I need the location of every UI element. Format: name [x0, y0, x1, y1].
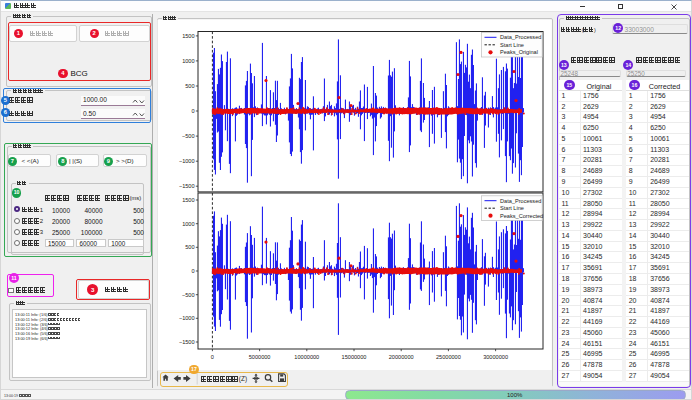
svg-text:Start Line: Start Line [500, 41, 524, 47]
svg-text:−1500: −1500 [179, 338, 195, 344]
svg-text:1500: 1500 [182, 196, 194, 202]
svg-text:−1000: −1000 [179, 315, 195, 321]
svg-text:0: 0 [211, 354, 214, 360]
svg-text:Peaks_Original: Peaks_Original [500, 49, 538, 55]
svg-text:1500: 1500 [182, 32, 194, 38]
svg-text:1000: 1000 [182, 220, 194, 226]
svg-text:Peaks_Corrected: Peaks_Corrected [500, 212, 543, 218]
svg-text:Start Line: Start Line [500, 205, 524, 211]
svg-text:−1500: −1500 [179, 183, 195, 189]
svg-text:−500: −500 [182, 133, 195, 139]
svg-text:25000000: 25000000 [436, 354, 461, 360]
svg-text:500: 500 [185, 244, 194, 250]
svg-text:5000000: 5000000 [249, 354, 271, 360]
svg-text:Data_Processed: Data_Processed [500, 197, 541, 203]
svg-text:0: 0 [191, 108, 194, 114]
svg-text:−1000: −1000 [179, 158, 195, 164]
svg-text:Data_Processed: Data_Processed [500, 34, 541, 40]
svg-text:10000000: 10000000 [294, 354, 319, 360]
svg-text:500: 500 [185, 82, 194, 88]
svg-text:15000000: 15000000 [342, 354, 367, 360]
svg-text:0: 0 [191, 267, 194, 273]
svg-text:20000000: 20000000 [389, 354, 414, 360]
svg-text:1000: 1000 [182, 57, 194, 63]
svg-text:30000000: 30000000 [483, 354, 508, 360]
svg-text:−500: −500 [182, 291, 195, 297]
